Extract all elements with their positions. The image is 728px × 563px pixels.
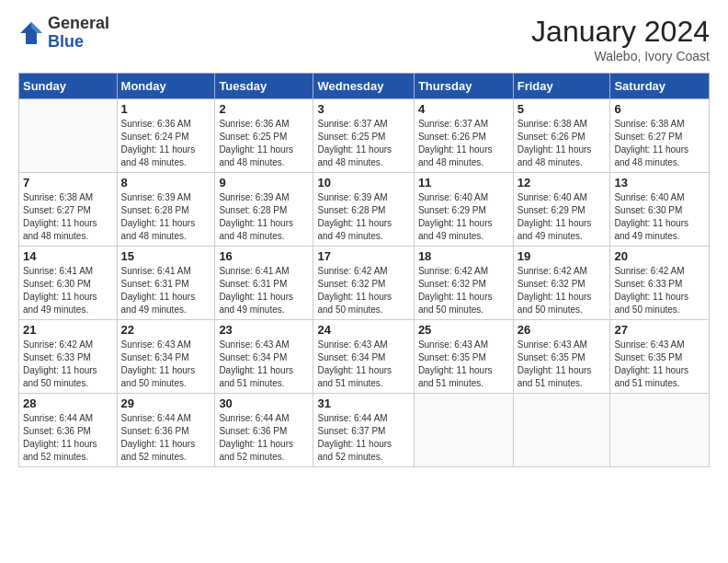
day-info: Sunrise: 6:42 AM Sunset: 6:32 PM Dayligh… [317,265,409,316]
table-row: 14Sunrise: 6:41 AM Sunset: 6:30 PM Dayli… [19,247,118,320]
table-row: 20Sunrise: 6:42 AM Sunset: 6:33 PM Dayli… [610,247,710,320]
day-number: 25 [418,323,509,337]
day-info: Sunrise: 6:38 AM Sunset: 6:27 PM Dayligh… [23,191,113,243]
table-row: 22Sunrise: 6:43 AM Sunset: 6:34 PM Dayli… [117,320,215,394]
header-wednesday: Wednesday [313,74,414,99]
day-number: 15 [121,249,211,263]
day-number: 27 [614,323,705,337]
table-row: 27Sunrise: 6:43 AM Sunset: 6:35 PM Dayli… [610,320,710,394]
table-row: 17Sunrise: 6:42 AM Sunset: 6:32 PM Dayli… [313,247,414,320]
logo-general-label: General [48,15,109,33]
day-number: 24 [317,323,409,337]
day-info: Sunrise: 6:42 AM Sunset: 6:32 PM Dayligh… [418,265,509,316]
table-row: 8Sunrise: 6:39 AM Sunset: 6:28 PM Daylig… [117,173,215,247]
table-row: 25Sunrise: 6:43 AM Sunset: 6:35 PM Dayli… [414,320,513,394]
table-row: 24Sunrise: 6:43 AM Sunset: 6:34 PM Dayli… [313,320,414,394]
table-row: 21Sunrise: 6:42 AM Sunset: 6:33 PM Dayli… [19,320,118,394]
day-info: Sunrise: 6:39 AM Sunset: 6:28 PM Dayligh… [219,191,309,243]
table-row: 9Sunrise: 6:39 AM Sunset: 6:28 PM Daylig… [215,173,313,247]
day-info: Sunrise: 6:43 AM Sunset: 6:34 PM Dayligh… [121,339,211,390]
table-row: 31Sunrise: 6:44 AM Sunset: 6:37 PM Dayli… [313,394,414,467]
header-monday: Monday [117,74,215,99]
day-number: 29 [121,396,211,410]
page: General Blue January 2024 Walebo, Ivory … [0,0,728,477]
day-info: Sunrise: 6:41 AM Sunset: 6:30 PM Dayligh… [23,265,113,316]
day-info: Sunrise: 6:42 AM Sunset: 6:33 PM Dayligh… [614,265,705,316]
table-row: 2Sunrise: 6:36 AM Sunset: 6:25 PM Daylig… [215,99,313,173]
header-row: SundayMondayTuesdayWednesdayThursdayFrid… [19,74,710,99]
day-info: Sunrise: 6:42 AM Sunset: 6:33 PM Dayligh… [23,339,113,390]
day-number: 18 [418,249,509,263]
table-row [610,394,710,467]
day-info: Sunrise: 6:40 AM Sunset: 6:29 PM Dayligh… [518,191,607,243]
day-number: 6 [614,102,705,116]
day-info: Sunrise: 6:37 AM Sunset: 6:26 PM Dayligh… [418,118,509,169]
day-info: Sunrise: 6:37 AM Sunset: 6:25 PM Dayligh… [317,118,409,169]
table-row: 18Sunrise: 6:42 AM Sunset: 6:32 PM Dayli… [414,247,513,320]
day-number: 22 [121,323,211,337]
table-row: 6Sunrise: 6:38 AM Sunset: 6:27 PM Daylig… [610,99,710,173]
day-number: 28 [23,396,113,410]
day-info: Sunrise: 6:36 AM Sunset: 6:25 PM Dayligh… [219,118,309,169]
table-row: 29Sunrise: 6:44 AM Sunset: 6:36 PM Dayli… [117,394,215,467]
logo-text: General Blue [48,15,109,52]
day-info: Sunrise: 6:43 AM Sunset: 6:35 PM Dayligh… [518,339,607,390]
day-info: Sunrise: 6:42 AM Sunset: 6:32 PM Dayligh… [518,265,607,316]
table-row: 12Sunrise: 6:40 AM Sunset: 6:29 PM Dayli… [513,173,610,247]
day-info: Sunrise: 6:44 AM Sunset: 6:36 PM Dayligh… [219,412,309,464]
table-row [513,394,610,467]
day-number: 21 [23,323,113,337]
day-number: 12 [518,176,607,190]
day-number: 3 [317,102,409,116]
day-number: 19 [518,249,607,263]
table-row [19,99,118,173]
day-number: 2 [219,102,309,116]
calendar-subtitle: Walebo, Ivory Coast [531,49,710,63]
day-info: Sunrise: 6:39 AM Sunset: 6:28 PM Dayligh… [317,191,409,243]
table-row: 13Sunrise: 6:40 AM Sunset: 6:30 PM Dayli… [610,173,710,247]
logo: General Blue [18,15,109,52]
table-row: 19Sunrise: 6:42 AM Sunset: 6:32 PM Dayli… [513,247,610,320]
day-number: 8 [121,176,211,190]
week-row-2: 14Sunrise: 6:41 AM Sunset: 6:30 PM Dayli… [19,247,710,320]
day-number: 7 [23,176,113,190]
week-row-0: 1Sunrise: 6:36 AM Sunset: 6:24 PM Daylig… [19,99,710,173]
table-row: 4Sunrise: 6:37 AM Sunset: 6:26 PM Daylig… [414,99,513,173]
logo-icon [18,20,44,46]
day-info: Sunrise: 6:36 AM Sunset: 6:24 PM Dayligh… [121,118,211,169]
week-row-4: 28Sunrise: 6:44 AM Sunset: 6:36 PM Dayli… [19,394,710,467]
title-block: January 2024 Walebo, Ivory Coast [531,15,710,63]
calendar-table: SundayMondayTuesdayWednesdayThursdayFrid… [18,73,710,467]
day-number: 11 [418,176,509,190]
table-row [414,394,513,467]
day-number: 5 [518,102,607,116]
day-info: Sunrise: 6:43 AM Sunset: 6:34 PM Dayligh… [317,339,409,390]
day-number: 26 [518,323,607,337]
logo-blue-label: Blue [48,33,109,52]
day-info: Sunrise: 6:41 AM Sunset: 6:31 PM Dayligh… [121,265,211,316]
day-info: Sunrise: 6:40 AM Sunset: 6:30 PM Dayligh… [614,191,705,243]
day-number: 23 [219,323,309,337]
week-row-1: 7Sunrise: 6:38 AM Sunset: 6:27 PM Daylig… [19,173,710,247]
table-row: 1Sunrise: 6:36 AM Sunset: 6:24 PM Daylig… [117,99,215,173]
table-row: 5Sunrise: 6:38 AM Sunset: 6:26 PM Daylig… [513,99,610,173]
day-number: 9 [219,176,309,190]
header: General Blue January 2024 Walebo, Ivory … [18,15,710,63]
table-row: 30Sunrise: 6:44 AM Sunset: 6:36 PM Dayli… [215,394,313,467]
header-thursday: Thursday [414,74,513,99]
day-info: Sunrise: 6:39 AM Sunset: 6:28 PM Dayligh… [121,191,211,243]
day-info: Sunrise: 6:38 AM Sunset: 6:27 PM Dayligh… [614,118,705,169]
day-info: Sunrise: 6:41 AM Sunset: 6:31 PM Dayligh… [219,265,309,316]
day-info: Sunrise: 6:44 AM Sunset: 6:36 PM Dayligh… [23,412,113,464]
table-row: 26Sunrise: 6:43 AM Sunset: 6:35 PM Dayli… [513,320,610,394]
day-number: 30 [219,396,309,410]
table-row: 16Sunrise: 6:41 AM Sunset: 6:31 PM Dayli… [215,247,313,320]
day-info: Sunrise: 6:44 AM Sunset: 6:37 PM Dayligh… [317,412,409,464]
day-number: 20 [614,249,705,263]
day-number: 4 [418,102,509,116]
table-row: 11Sunrise: 6:40 AM Sunset: 6:29 PM Dayli… [414,173,513,247]
header-sunday: Sunday [19,74,118,99]
day-number: 10 [317,176,409,190]
day-number: 16 [219,249,309,263]
day-number: 14 [23,249,113,263]
